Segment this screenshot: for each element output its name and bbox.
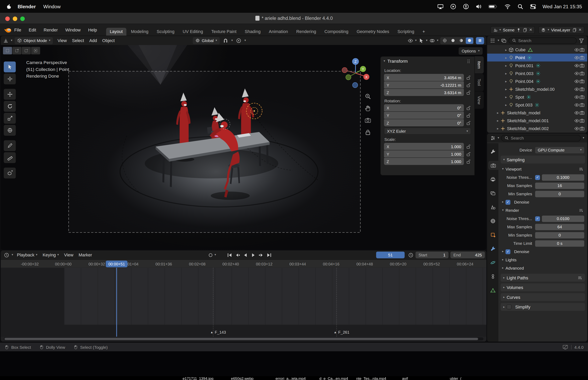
outliner-row-sketchfab-model[interactable]: ▸Sketchfab_model	[487, 109, 587, 116]
sidebar-tab-tool[interactable]: Tool	[475, 74, 484, 91]
menubar-app-name[interactable]: Blender	[18, 3, 36, 9]
hide-viewport-icon[interactable]	[574, 63, 579, 68]
properties-tab-modifiers[interactable]	[487, 244, 498, 253]
fullscreen-window-button[interactable]	[20, 17, 25, 21]
new-viewlayer-icon[interactable]	[572, 27, 577, 32]
add-workspace-button[interactable]: +	[419, 28, 429, 36]
playhead-label[interactable]: 00:00+51	[106, 261, 128, 267]
preview-range-icon[interactable]	[408, 252, 414, 258]
viewport-menu-add[interactable]: Add	[89, 38, 97, 43]
expand-icon[interactable]: ▸	[495, 127, 500, 130]
tool-measure[interactable]	[4, 152, 16, 163]
hide-viewport-icon[interactable]	[574, 110, 579, 115]
workspace-tab-texture-paint[interactable]: Texture Paint	[208, 28, 240, 36]
hide-viewport-icon[interactable]	[574, 71, 579, 76]
rotation-x-field[interactable]: X0°	[384, 104, 464, 111]
properties-tab-render[interactable]	[488, 161, 498, 170]
workspace-tab-geometry-nodes[interactable]: Geometry Nodes	[353, 28, 393, 36]
expand-icon[interactable]: ▸	[504, 56, 509, 59]
denoise-checkbox[interactable]: ✓	[505, 200, 510, 205]
editor-type-icon[interactable]	[3, 38, 9, 43]
section-light-paths[interactable]: ▸Light Paths	[501, 274, 585, 282]
viewport-noise-thres-checkbox[interactable]: ✓	[535, 175, 540, 180]
menu-edit[interactable]: Edit	[29, 27, 36, 32]
properties-search[interactable]: Search	[501, 135, 581, 141]
outliner-row-sketchfab-model-001[interactable]: ▸Sketchfab_model.001	[487, 116, 587, 124]
preset-icon[interactable]	[577, 275, 583, 280]
menubar-menu-window[interactable]: Window	[43, 3, 60, 9]
outliner-row-point[interactable]: ▸Point	[487, 54, 587, 61]
subsection-render-denoise[interactable]: ▸✓Denoise	[502, 248, 584, 255]
expand-icon[interactable]: ▸	[504, 48, 509, 52]
tool-annotate[interactable]	[4, 140, 16, 151]
sidebar-tab-view[interactable]: View	[475, 92, 484, 109]
zoom-icon[interactable]	[364, 93, 371, 100]
properties-tab-output[interactable]	[487, 175, 498, 184]
viewport-menu-object[interactable]: Object	[102, 38, 114, 43]
render-noise-thres-field[interactable]: 0.0100	[542, 215, 584, 222]
hide-viewport-icon[interactable]	[574, 118, 579, 123]
viewport-min-samples-field[interactable]: 0	[535, 190, 584, 197]
properties-tab-view-layer[interactable]	[487, 189, 498, 198]
subsection-lights[interactable]: ▸Lights	[502, 256, 584, 264]
lock-icon[interactable]	[466, 151, 471, 157]
expand-icon[interactable]: ▸	[504, 79, 509, 83]
screen-mirroring-icon[interactable]	[437, 3, 443, 9]
scene-selector[interactable]: ▾ Scene ✕	[491, 26, 535, 34]
next-keyframe-button[interactable]	[257, 251, 265, 258]
properties-tab-constraints[interactable]	[487, 272, 498, 281]
render-noise-thres-checkbox[interactable]: ✓	[535, 216, 540, 221]
lock-icon[interactable]	[466, 113, 471, 118]
material-preview-button[interactable]	[457, 37, 465, 44]
subsection-viewport[interactable]: ▾Viewport	[502, 165, 584, 173]
select-mode-invert[interactable]	[31, 47, 40, 55]
hide-viewport-icon[interactable]	[574, 126, 579, 131]
outliner-row-sketchfab-model-002[interactable]: ▸Sketchfab_model.002	[487, 125, 587, 133]
timeline-editor[interactable]: ▾ Playback▾Keying▾ViewMarker ▾ 51 Start1…	[1, 250, 486, 342]
timeline-menu-marker[interactable]: Marker	[79, 253, 92, 257]
pause-render-button[interactable]	[476, 37, 484, 44]
workspace-tab-shading[interactable]: Shading	[241, 28, 264, 36]
lock-icon[interactable]	[466, 105, 471, 111]
timeline-menu-playback[interactable]: Playback▾	[17, 253, 37, 257]
proportional-editing-icon[interactable]	[236, 38, 242, 43]
viewport-noise-thres-field[interactable]: 0.1000	[542, 174, 584, 180]
sidebar-tab-item[interactable]: Item	[475, 56, 484, 74]
outliner-editor-icon[interactable]	[490, 38, 496, 43]
expand-icon[interactable]: ▸	[504, 95, 509, 99]
workspace-tab-uv-editing[interactable]: UV Editing	[179, 28, 207, 36]
timeline-scrollbar[interactable]	[4, 337, 483, 340]
lock-icon[interactable]	[466, 144, 471, 149]
lock-icon[interactable]	[466, 90, 471, 95]
play-icon[interactable]	[450, 3, 456, 9]
jump-to-end-button[interactable]	[265, 251, 273, 258]
properties-tab-physics[interactable]	[487, 258, 498, 267]
previous-keyframe-button[interactable]	[234, 251, 241, 258]
workspace-tab-animation[interactable]: Animation	[265, 28, 292, 36]
disable-render-icon[interactable]	[579, 47, 585, 52]
hide-viewport-icon[interactable]	[574, 94, 579, 100]
disable-render-icon[interactable]	[579, 94, 585, 100]
menu-file[interactable]: File	[14, 27, 21, 32]
transform-panel-header[interactable]: ▾ Transform	[381, 57, 474, 66]
section-sampling[interactable]: ▾Sampling	[501, 156, 585, 164]
menu-window[interactable]: Window	[65, 27, 81, 32]
subsection-viewport-denoise[interactable]: ▸✓Denoise	[502, 198, 584, 206]
subsection-advanced[interactable]: ▸Advanced	[502, 264, 584, 272]
disable-render-icon[interactable]	[579, 102, 585, 108]
auto-keying-button[interactable]: ▾	[208, 252, 216, 258]
frame-start-field[interactable]: Start1	[416, 251, 449, 258]
lock-view-icon[interactable]	[364, 129, 371, 135]
search-icon[interactable]	[517, 3, 523, 9]
properties-tab-scene[interactable]	[487, 202, 498, 211]
tool-scale[interactable]	[4, 113, 16, 124]
gizmos-icon[interactable]	[418, 38, 424, 43]
outliner-search[interactable]: Search	[508, 37, 577, 44]
pin-icon[interactable]	[516, 27, 521, 32]
remove-viewlayer-icon[interactable]: ✕	[579, 28, 582, 32]
3d-viewport[interactable]: ▾ Object Mode▾ ViewSelectAddObject Globa…	[1, 36, 486, 250]
playhead[interactable]	[116, 268, 117, 337]
denoise-checkbox[interactable]: ✓	[505, 249, 510, 254]
properties-tab-tool[interactable]	[487, 147, 498, 156]
timeline-menu-keying[interactable]: Keying▾	[43, 253, 59, 257]
